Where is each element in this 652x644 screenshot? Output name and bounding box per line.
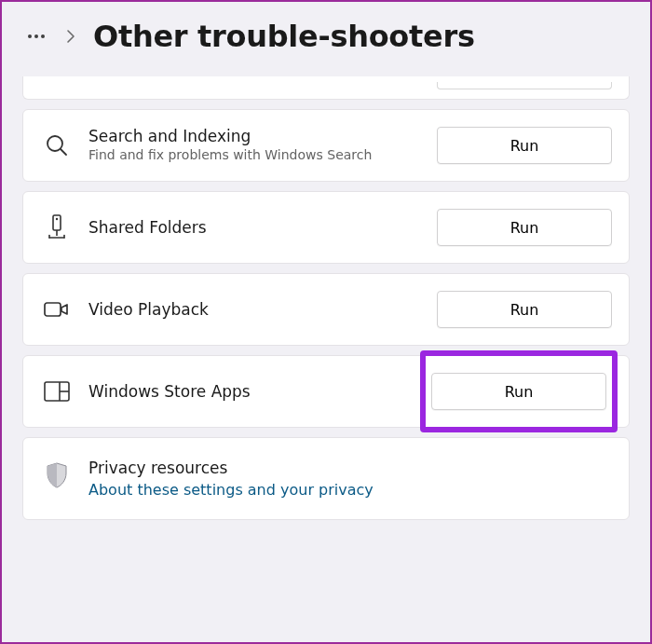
troubleshooter-row-video-playback: Video Playback Run (22, 273, 630, 346)
troubleshooter-title: Shared Folders (88, 218, 428, 237)
run-button-video-playback[interactable]: Run (437, 291, 612, 328)
search-icon (40, 129, 74, 162)
troubleshooter-desc: Find and fix problems with Windows Searc… (88, 147, 428, 164)
privacy-resources-card: Privacy resources About these settings a… (22, 437, 630, 520)
troubleshooter-row-windows-store-apps: Windows Store Apps Run (22, 355, 630, 428)
page-title: Other trouble-shooters (93, 19, 475, 54)
chevron-right-icon (65, 28, 76, 45)
troubleshooter-title: Windows Store Apps (88, 382, 416, 401)
shared-folders-icon (40, 211, 74, 244)
svg-point-3 (56, 218, 58, 220)
partial-card (22, 76, 630, 100)
troubleshooter-title: Search and Indexing (88, 127, 428, 145)
more-menu-icon[interactable] (24, 25, 48, 48)
troubleshooter-row-search-indexing: Search and Indexing Find and fix problem… (22, 109, 630, 182)
svg-rect-8 (45, 303, 61, 316)
run-button-windows-store-apps[interactable]: Run (431, 373, 606, 410)
svg-rect-2 (53, 215, 61, 230)
privacy-title: Privacy resources (88, 459, 603, 477)
svg-line-1 (61, 149, 66, 155)
troubleshooter-row-shared-folders: Shared Folders Run (22, 191, 630, 264)
video-camera-icon (40, 293, 74, 326)
run-button-shared-folders[interactable]: Run (437, 209, 612, 246)
privacy-link[interactable]: About these settings and your privacy (88, 481, 374, 499)
shield-icon (40, 459, 74, 492)
troubleshooter-title: Video Playback (88, 300, 428, 319)
windows-store-icon (40, 375, 74, 408)
run-button-search-indexing[interactable]: Run (437, 127, 612, 164)
